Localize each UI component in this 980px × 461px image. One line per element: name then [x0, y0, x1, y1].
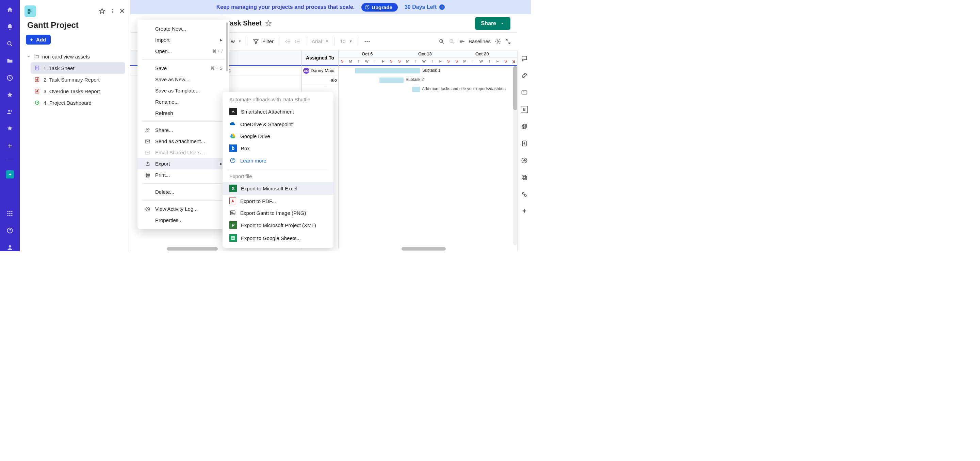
ai-badge-icon[interactable]: ✦ [6, 170, 14, 179]
menu-rename[interactable]: Rename... [137, 96, 229, 108]
tree-item-task-sheet[interactable]: 1. Task Sheet [30, 62, 125, 74]
star-icon[interactable] [6, 91, 14, 98]
menu-save-as-template[interactable]: Save as Template... [137, 85, 229, 96]
scrollbar-horizontal[interactable] [401, 247, 446, 250]
home-icon[interactable] [6, 6, 14, 14]
menu-save-as-new[interactable]: Save as New... [137, 74, 229, 85]
bar-label: Subtask 1 [422, 68, 440, 73]
submenu-export-gsheets[interactable]: Export to Google Sheets... [223, 231, 334, 244]
zoom-in-icon[interactable] [439, 38, 445, 44]
folder-icon[interactable] [6, 57, 14, 65]
menu-share[interactable]: Share... [137, 124, 229, 136]
day-label: W [364, 59, 369, 63]
share-label: Share [481, 21, 496, 27]
day-label: S [454, 59, 459, 63]
submenu-box[interactable]: bBox [223, 142, 334, 155]
tree-folder[interactable]: non card view assets [24, 52, 125, 61]
assignee-name-partial: aio [331, 78, 337, 82]
menu-scrollbar[interactable] [226, 22, 228, 71]
tree-item-overdue-report[interactable]: 3. Overdue Tasks Report [30, 86, 125, 97]
menu-open[interactable]: Open...⌘ + / [137, 46, 229, 57]
zoom-out-icon[interactable] [449, 38, 455, 44]
print-icon [144, 173, 151, 178]
submenu-export-msproject[interactable]: PExport to Microsoft Project (XML) [223, 219, 334, 231]
svg-rect-37 [522, 91, 527, 94]
add-button[interactable]: Add [26, 35, 51, 44]
plugin-icon[interactable] [521, 191, 528, 198]
table-row[interactable]: aio [302, 76, 338, 85]
more-vertical-icon[interactable] [110, 8, 115, 14]
workspaces-icon[interactable] [6, 125, 14, 133]
submenu-export-excel[interactable]: XExport to Microsoft Excel [223, 182, 334, 195]
copy-icon[interactable] [521, 174, 528, 181]
bell-icon[interactable] [6, 23, 14, 31]
share-button[interactable]: Share [475, 17, 511, 30]
menu-refresh[interactable]: Refresh [137, 108, 229, 119]
menu-send-attachment[interactable]: Send as Attachment... [137, 136, 229, 147]
more-horizontal-icon[interactable] [364, 38, 371, 45]
tree-item-summary-report[interactable]: 2. Task Summary Report [30, 74, 125, 86]
gantt-bar[interactable] [355, 68, 420, 73]
brand-icon[interactable]: B [521, 106, 528, 113]
submenu-export-pdf[interactable]: Export to PDF... [223, 195, 334, 207]
assignee-name: Danny Maio [311, 68, 334, 73]
plus-icon[interactable] [6, 142, 14, 150]
menu-activity-log[interactable]: View Activity Log... [137, 203, 229, 214]
sparkle-icon[interactable] [521, 208, 528, 215]
svg-point-33 [369, 41, 369, 42]
gear-icon[interactable] [495, 38, 501, 44]
table-row[interactable]: DM Danny Maio [302, 66, 338, 76]
clock-icon[interactable] [6, 74, 14, 82]
menu-delete[interactable]: Delete... [137, 186, 229, 198]
submenu-title: Automate offloads with Data Shuttle [223, 95, 334, 105]
bar-label: Add more tasks and see your reports/dash… [422, 86, 506, 91]
gantt-bar[interactable] [379, 78, 404, 83]
apps-icon[interactable] [6, 210, 14, 217]
close-timeline-icon[interactable]: ✕ [512, 59, 516, 65]
smartsheet-icon [229, 108, 237, 115]
baselines-button[interactable]: Baselines [459, 38, 491, 44]
comment-icon[interactable] [521, 55, 528, 62]
upgrade-button[interactable]: Upgrade [361, 3, 398, 11]
activity-icon[interactable] [521, 157, 528, 164]
refresh-icon[interactable] [521, 123, 528, 130]
gantt-bar[interactable] [412, 87, 420, 92]
submenu-gdrive[interactable]: Google Drive [223, 130, 334, 142]
expand-icon[interactable] [505, 38, 511, 44]
tree-item-dashboard[interactable]: 4. Project Dashboard [30, 97, 125, 108]
profile-icon[interactable] [6, 244, 14, 251]
menu-save[interactable]: Save⌘ + S [137, 63, 229, 74]
menu-import[interactable]: Import▶ [137, 34, 229, 46]
link-icon[interactable] [521, 72, 528, 79]
learn-more-link[interactable]: Learn more [223, 155, 334, 166]
scrollbar-vertical[interactable] [513, 66, 517, 245]
search-icon[interactable] [6, 40, 14, 48]
submenu-export-gantt-png[interactable]: Export Gantt to Image (PNG) [223, 207, 334, 219]
submenu-onedrive[interactable]: OneDrive & Sharepoint [223, 118, 334, 130]
font-size-select[interactable]: 10 ▼ [340, 38, 353, 44]
outdent-icon[interactable] [285, 38, 291, 44]
menu-export[interactable]: Export▶ [137, 158, 229, 169]
svg-point-45 [148, 128, 150, 130]
menu-properties[interactable]: Properties... [137, 214, 229, 226]
indent-icon[interactable] [294, 38, 301, 44]
help-icon[interactable] [6, 227, 14, 234]
star-outline-icon[interactable] [265, 20, 272, 27]
font-select[interactable]: Arial ▼ [312, 38, 329, 44]
menu-print[interactable]: Print... [137, 169, 229, 181]
filter-button[interactable]: Filter [253, 38, 274, 44]
add-button-label: Add [36, 37, 46, 43]
days-left[interactable]: 30 Days Left i [404, 4, 445, 10]
font-value: Arial [312, 38, 322, 44]
upload-icon[interactable] [521, 140, 528, 147]
avatar: DM [303, 68, 309, 74]
svg-rect-12 [11, 215, 12, 216]
caret-down-icon[interactable]: ▼ [238, 40, 242, 43]
scrollbar-horizontal[interactable] [167, 247, 218, 250]
close-icon[interactable] [119, 8, 125, 14]
people-icon[interactable] [6, 108, 14, 116]
star-outline-icon[interactable] [99, 8, 105, 14]
menu-create-new[interactable]: Create New... [137, 23, 229, 34]
proof-icon[interactable] [521, 89, 528, 96]
submenu-smartsheet-attachment[interactable]: Smartsheet Attachment [223, 105, 334, 118]
